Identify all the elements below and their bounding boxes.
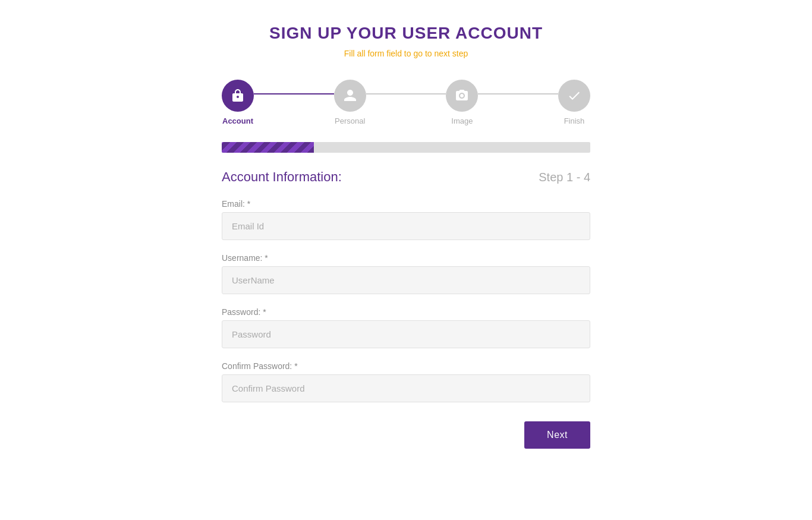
step-account: Account bbox=[222, 80, 254, 125]
person-icon bbox=[343, 89, 357, 103]
password-input[interactable] bbox=[222, 320, 590, 348]
step-label-account: Account bbox=[222, 116, 253, 125]
camera-icon bbox=[455, 89, 469, 103]
progress-bar-container bbox=[222, 142, 590, 153]
step-circle-image bbox=[446, 80, 478, 112]
email-input[interactable] bbox=[222, 212, 590, 240]
step-circle-account bbox=[222, 80, 254, 112]
next-button[interactable]: Next bbox=[524, 421, 590, 449]
lock-icon bbox=[231, 89, 245, 103]
check-icon bbox=[567, 89, 581, 103]
step-label-image: Image bbox=[451, 116, 473, 125]
form-section-title: Account Information: bbox=[222, 169, 342, 185]
step-line-3 bbox=[478, 93, 558, 94]
form-header: Account Information: Step 1 - 4 bbox=[222, 169, 590, 185]
email-group: Email: * bbox=[222, 199, 590, 240]
username-label: Username: * bbox=[222, 253, 590, 263]
password-label: Password: * bbox=[222, 307, 590, 317]
username-input[interactable] bbox=[222, 266, 590, 294]
main-container: SIGN UP YOUR USER ACCOUNT Fill all form … bbox=[222, 24, 590, 449]
username-group: Username: * bbox=[222, 253, 590, 294]
step-line-2 bbox=[366, 93, 446, 94]
step-label-finish: Finish bbox=[564, 116, 585, 125]
stepper: Account Personal Image bbox=[222, 80, 590, 125]
confirm-password-group: Confirm Password: * bbox=[222, 361, 590, 402]
confirm-password-label: Confirm Password: * bbox=[222, 361, 590, 371]
step-personal: Personal bbox=[334, 80, 366, 125]
step-image: Image bbox=[446, 80, 478, 125]
step-line-1 bbox=[254, 93, 334, 94]
page-subtitle: Fill all form field to go to next step bbox=[344, 49, 468, 58]
password-group: Password: * bbox=[222, 307, 590, 348]
step-circle-personal bbox=[334, 80, 366, 112]
confirm-password-input[interactable] bbox=[222, 374, 590, 402]
progress-bar-fill bbox=[222, 142, 314, 153]
page-title: SIGN UP YOUR USER ACCOUNT bbox=[269, 24, 543, 43]
step-indicator: Step 1 - 4 bbox=[539, 171, 590, 184]
step-circle-finish bbox=[558, 80, 590, 112]
email-label: Email: * bbox=[222, 199, 590, 209]
step-finish: Finish bbox=[558, 80, 590, 125]
step-label-personal: Personal bbox=[335, 116, 365, 125]
